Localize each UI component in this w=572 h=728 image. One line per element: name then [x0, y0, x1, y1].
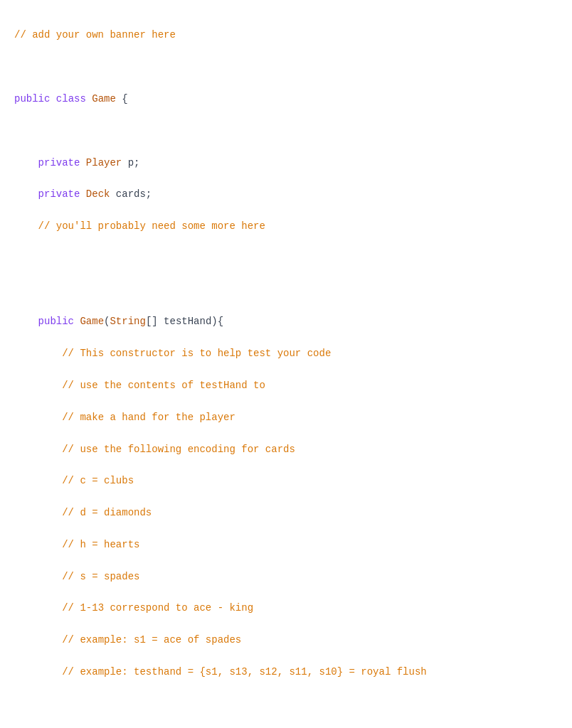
line-1: // add your own banner here: [14, 29, 176, 41]
type-player: Player: [86, 157, 122, 168]
brace-open: {: [122, 93, 127, 105]
keyword-public2: public: [38, 316, 74, 327]
line-constructor-test: public Game(String[] testHand){: [14, 316, 223, 327]
constructor-game: Game: [80, 316, 104, 327]
comment-nums: // 1-13 correspond to ace - king: [62, 602, 253, 614]
var-cards: cards;: [116, 188, 152, 200]
line-class-decl: public class Game {: [14, 93, 128, 105]
type-deck: Deck: [86, 188, 110, 200]
line-comment-constructor2: // use the contents of testHand to: [14, 380, 265, 391]
keyword-class: class: [56, 93, 86, 105]
line-comment-ex1: // example: s1 = ace of spades: [14, 634, 241, 646]
line-comment-diamonds: // d = diamonds: [14, 507, 152, 518]
line-comment-more: // you'll probably need some more here: [14, 220, 265, 232]
comment: // add your own banner here: [14, 29, 176, 41]
comment-c4: // use the following encoding for cards: [62, 444, 295, 455]
comment-hearts: // h = hearts: [62, 539, 139, 550]
comment-c1: // This constructor is to help test your…: [62, 348, 331, 359]
line-comment-constructor4: // use the following encoding for cards: [14, 444, 295, 455]
comment-spades: // s = spades: [62, 571, 139, 582]
param-array: [] testHand){: [146, 316, 223, 327]
keyword-public: public: [14, 93, 50, 105]
comment-clubs: // c = clubs: [62, 475, 134, 486]
keyword-private2: private: [38, 188, 80, 200]
comment-ex2: // example: testhand = {s1, s13, s12, s1…: [62, 666, 426, 678]
line-comment-clubs: // c = clubs: [14, 475, 134, 486]
var-p: p;: [128, 157, 140, 168]
comment-diamonds: // d = diamonds: [62, 507, 152, 518]
comment-more: // you'll probably need some more here: [38, 220, 265, 232]
code-editor: // add your own banner here public class…: [14, 11, 558, 728]
comment-c3: // make a hand for the player: [62, 412, 235, 423]
line-field-deck: private Deck cards;: [14, 188, 152, 200]
type-string: String: [110, 316, 145, 327]
line-comment-constructor1: // This constructor is to help test your…: [14, 348, 331, 359]
line-comment-constructor3: // make a hand for the player: [14, 412, 235, 423]
line-comment-nums: // 1-13 correspond to ace - king: [14, 602, 253, 614]
line-comment-ex2: // example: testhand = {s1, s13, s12, s1…: [14, 666, 427, 678]
keyword-private: private: [38, 157, 80, 168]
comment-c2: // use the contents of testHand to: [62, 380, 265, 391]
comment-ex1: // example: s1 = ace of spades: [62, 634, 241, 646]
line-comment-hearts: // h = hearts: [14, 539, 139, 550]
classname-game: Game: [92, 93, 116, 105]
line-field-player: private Player p;: [14, 157, 139, 168]
line-comment-spades: // s = spades: [14, 571, 139, 582]
